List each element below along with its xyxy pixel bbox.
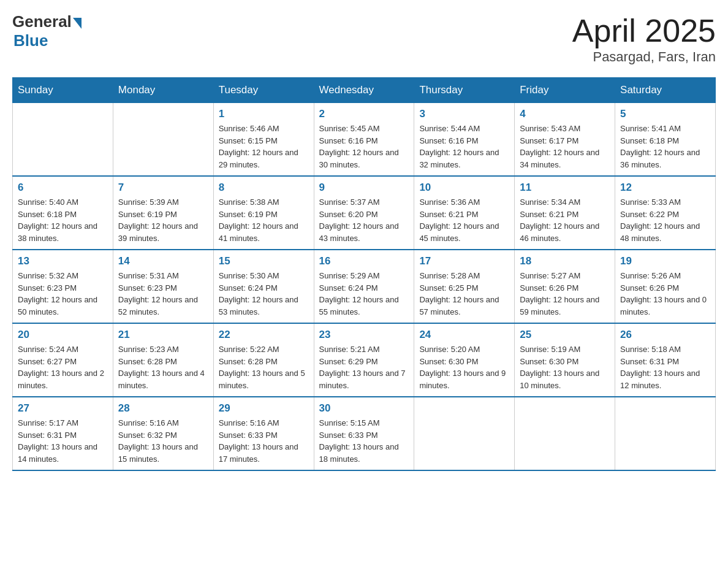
calendar-day-cell: 17Sunrise: 5:28 AMSunset: 6:25 PMDayligh… — [414, 250, 515, 323]
logo-blue-text: Blue — [13, 31, 48, 50]
day-info: Sunrise: 5:41 AMSunset: 6:18 PMDaylight:… — [620, 123, 710, 170]
day-info: Sunrise: 5:36 AMSunset: 6:21 PMDaylight:… — [419, 196, 509, 244]
day-info: Sunrise: 5:30 AMSunset: 6:24 PMDaylight:… — [219, 270, 309, 318]
day-of-week-header: Thursday — [414, 78, 515, 103]
calendar-table: SundayMondayTuesdayWednesdayThursdayFrid… — [12, 77, 716, 471]
day-number: 23 — [319, 329, 409, 341]
calendar-day-cell — [113, 103, 213, 177]
day-number: 20 — [18, 329, 108, 341]
month-title: April 2025 — [572, 12, 716, 49]
day-info: Sunrise: 5:28 AMSunset: 6:25 PMDaylight:… — [419, 270, 509, 318]
day-info: Sunrise: 5:23 AMSunset: 6:28 PMDaylight:… — [118, 343, 208, 391]
day-info: Sunrise: 5:43 AMSunset: 6:17 PMDaylight:… — [520, 123, 610, 170]
day-number: 22 — [219, 329, 309, 341]
calendar-day-cell: 7Sunrise: 5:39 AMSunset: 6:19 PMDaylight… — [113, 176, 213, 250]
calendar-day-cell: 22Sunrise: 5:22 AMSunset: 6:28 PMDayligh… — [213, 323, 314, 397]
day-number: 7 — [118, 182, 208, 194]
day-info: Sunrise: 5:40 AMSunset: 6:18 PMDaylight:… — [18, 196, 108, 244]
day-of-week-header: Wednesday — [314, 78, 414, 103]
calendar-week-row: 20Sunrise: 5:24 AMSunset: 6:27 PMDayligh… — [13, 323, 716, 397]
calendar-day-cell: 19Sunrise: 5:26 AMSunset: 6:26 PMDayligh… — [615, 250, 716, 323]
day-number: 2 — [319, 108, 409, 120]
day-number: 28 — [118, 402, 208, 415]
calendar-day-cell: 16Sunrise: 5:29 AMSunset: 6:24 PMDayligh… — [314, 250, 414, 323]
day-info: Sunrise: 5:21 AMSunset: 6:29 PMDaylight:… — [319, 343, 409, 391]
day-info: Sunrise: 5:37 AMSunset: 6:20 PMDaylight:… — [319, 196, 409, 244]
calendar-header-row: SundayMondayTuesdayWednesdayThursdayFrid… — [13, 78, 716, 103]
day-info: Sunrise: 5:34 AMSunset: 6:21 PMDaylight:… — [520, 196, 610, 244]
logo-general-text: General — [12, 12, 72, 31]
day-info: Sunrise: 5:16 AMSunset: 6:33 PMDaylight:… — [219, 417, 309, 465]
calendar-day-cell: 30Sunrise: 5:15 AMSunset: 6:33 PMDayligh… — [314, 397, 414, 470]
day-of-week-header: Saturday — [615, 78, 716, 103]
day-info: Sunrise: 5:26 AMSunset: 6:26 PMDaylight:… — [620, 270, 710, 318]
day-number: 12 — [620, 182, 710, 194]
day-info: Sunrise: 5:24 AMSunset: 6:27 PMDaylight:… — [18, 343, 108, 391]
day-info: Sunrise: 5:45 AMSunset: 6:16 PMDaylight:… — [319, 123, 409, 170]
day-number: 11 — [520, 182, 610, 194]
day-number: 21 — [118, 329, 208, 341]
calendar-day-cell: 5Sunrise: 5:41 AMSunset: 6:18 PMDaylight… — [615, 103, 716, 177]
day-of-week-header: Monday — [113, 78, 213, 103]
day-info: Sunrise: 5:31 AMSunset: 6:23 PMDaylight:… — [118, 270, 208, 318]
day-info: Sunrise: 5:27 AMSunset: 6:26 PMDaylight:… — [520, 270, 610, 318]
day-of-week-header: Tuesday — [213, 78, 314, 103]
day-of-week-header: Sunday — [13, 78, 113, 103]
day-info: Sunrise: 5:33 AMSunset: 6:22 PMDaylight:… — [620, 196, 710, 244]
day-number: 17 — [419, 255, 509, 267]
day-info: Sunrise: 5:32 AMSunset: 6:23 PMDaylight:… — [18, 270, 108, 318]
day-number: 5 — [620, 108, 710, 120]
calendar-day-cell: 10Sunrise: 5:36 AMSunset: 6:21 PMDayligh… — [414, 176, 515, 250]
calendar-day-cell: 29Sunrise: 5:16 AMSunset: 6:33 PMDayligh… — [213, 397, 314, 470]
location-subtitle: Pasargad, Fars, Iran — [572, 49, 716, 65]
calendar-week-row: 13Sunrise: 5:32 AMSunset: 6:23 PMDayligh… — [13, 250, 716, 323]
logo: General Blue — [12, 12, 82, 50]
day-number: 15 — [219, 255, 309, 267]
day-number: 8 — [219, 182, 309, 194]
calendar-day-cell: 8Sunrise: 5:38 AMSunset: 6:19 PMDaylight… — [213, 176, 314, 250]
day-number: 16 — [319, 255, 409, 267]
calendar-day-cell: 25Sunrise: 5:19 AMSunset: 6:30 PMDayligh… — [515, 323, 615, 397]
calendar-day-cell: 28Sunrise: 5:16 AMSunset: 6:32 PMDayligh… — [113, 397, 213, 470]
day-number: 25 — [520, 329, 610, 341]
day-info: Sunrise: 5:29 AMSunset: 6:24 PMDaylight:… — [319, 270, 409, 318]
calendar-day-cell: 4Sunrise: 5:43 AMSunset: 6:17 PMDaylight… — [515, 103, 615, 177]
calendar-day-cell: 11Sunrise: 5:34 AMSunset: 6:21 PMDayligh… — [515, 176, 615, 250]
calendar-day-cell: 26Sunrise: 5:18 AMSunset: 6:31 PMDayligh… — [615, 323, 716, 397]
day-number: 29 — [219, 402, 309, 415]
day-info: Sunrise: 5:46 AMSunset: 6:15 PMDaylight:… — [219, 123, 309, 170]
day-info: Sunrise: 5:16 AMSunset: 6:32 PMDaylight:… — [118, 417, 208, 465]
calendar-day-cell: 6Sunrise: 5:40 AMSunset: 6:18 PMDaylight… — [13, 176, 113, 250]
calendar-day-cell — [515, 397, 615, 470]
day-number: 10 — [419, 182, 509, 194]
calendar-day-cell: 1Sunrise: 5:46 AMSunset: 6:15 PMDaylight… — [213, 103, 314, 177]
calendar-week-row: 1Sunrise: 5:46 AMSunset: 6:15 PMDaylight… — [13, 103, 716, 177]
day-info: Sunrise: 5:22 AMSunset: 6:28 PMDaylight:… — [219, 343, 309, 391]
calendar-day-cell: 23Sunrise: 5:21 AMSunset: 6:29 PMDayligh… — [314, 323, 414, 397]
calendar-day-cell: 12Sunrise: 5:33 AMSunset: 6:22 PMDayligh… — [615, 176, 716, 250]
calendar-day-cell: 2Sunrise: 5:45 AMSunset: 6:16 PMDaylight… — [314, 103, 414, 177]
day-number: 18 — [520, 255, 610, 267]
calendar-day-cell: 21Sunrise: 5:23 AMSunset: 6:28 PMDayligh… — [113, 323, 213, 397]
day-info: Sunrise: 5:15 AMSunset: 6:33 PMDaylight:… — [319, 417, 409, 465]
day-number: 30 — [319, 402, 409, 415]
calendar-week-row: 6Sunrise: 5:40 AMSunset: 6:18 PMDaylight… — [13, 176, 716, 250]
day-info: Sunrise: 5:19 AMSunset: 6:30 PMDaylight:… — [520, 343, 610, 391]
day-number: 1 — [219, 108, 309, 120]
calendar-day-cell — [414, 397, 515, 470]
day-number: 14 — [118, 255, 208, 267]
day-info: Sunrise: 5:44 AMSunset: 6:16 PMDaylight:… — [419, 123, 509, 170]
day-number: 9 — [319, 182, 409, 194]
day-info: Sunrise: 5:39 AMSunset: 6:19 PMDaylight:… — [118, 196, 208, 244]
calendar-day-cell: 15Sunrise: 5:30 AMSunset: 6:24 PMDayligh… — [213, 250, 314, 323]
calendar-week-row: 27Sunrise: 5:17 AMSunset: 6:31 PMDayligh… — [13, 397, 716, 470]
logo-arrow-icon — [73, 18, 82, 29]
calendar-day-cell — [13, 103, 113, 177]
calendar-day-cell: 18Sunrise: 5:27 AMSunset: 6:26 PMDayligh… — [515, 250, 615, 323]
day-number: 19 — [620, 255, 710, 267]
page-header: General Blue April 2025 Pasargad, Fars, … — [12, 12, 716, 65]
calendar-day-cell: 27Sunrise: 5:17 AMSunset: 6:31 PMDayligh… — [13, 397, 113, 470]
day-number: 4 — [520, 108, 610, 120]
title-section: April 2025 Pasargad, Fars, Iran — [572, 12, 716, 65]
day-number: 24 — [419, 329, 509, 341]
